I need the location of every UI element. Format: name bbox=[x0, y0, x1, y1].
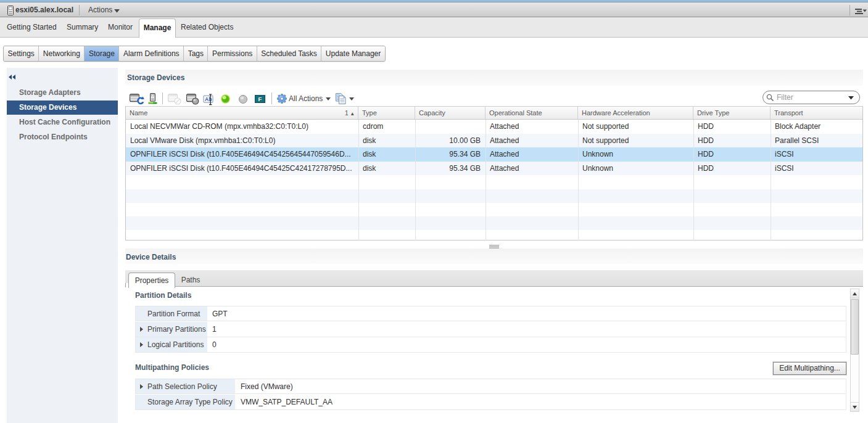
svg-text:F: F bbox=[258, 96, 262, 102]
